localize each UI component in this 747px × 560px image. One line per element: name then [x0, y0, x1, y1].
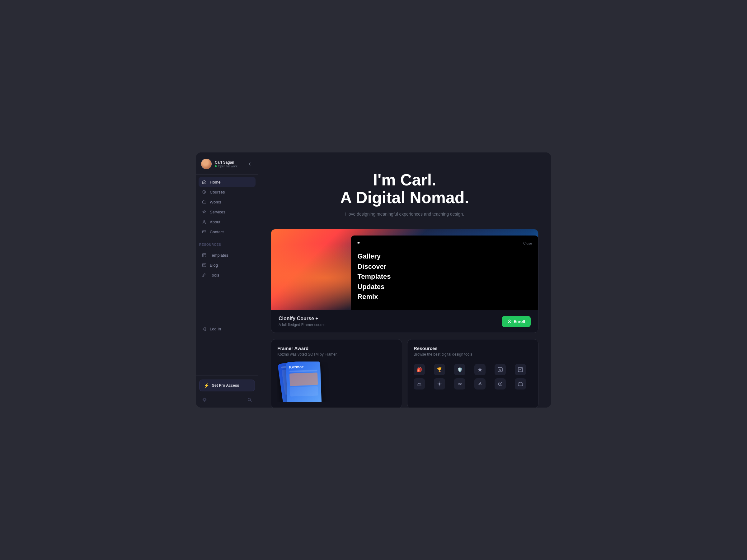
sidebar-item-about[interactable]: About — [199, 217, 256, 227]
login-icon — [202, 327, 207, 331]
courses-label: Courses — [210, 190, 225, 194]
user-name: Carl Sagan — [215, 160, 237, 165]
sidebar-item-tools[interactable]: Tools — [199, 270, 256, 280]
hero-title-line1: I'm Carl. — [373, 171, 436, 189]
modal-menu-templates: Templates — [357, 272, 532, 281]
status-dot — [215, 165, 216, 167]
hero-section: I'm Carl. A Digital Nomad. I love design… — [271, 153, 538, 229]
services-icon — [202, 209, 207, 214]
award-visual: Kozmo+ — [277, 362, 395, 402]
sidebar-item-works[interactable]: Works — [199, 197, 256, 207]
kozmo-label: Kozmo+ — [289, 364, 317, 370]
modal-menu-gallery: Gallery — [357, 252, 532, 260]
get-pro-label: Get Pro Access — [212, 383, 239, 388]
pro-icon: ⚡ — [204, 383, 209, 388]
home-label: Home — [210, 180, 221, 185]
contact-icon — [202, 229, 207, 234]
banner-info: Clonify Course + A full-fledged Framer c… — [279, 316, 327, 327]
modal-menu-remix: Remix — [357, 293, 532, 301]
sidebar-footer: ⚡ Get Pro Access — [196, 375, 258, 407]
svg-point-15 — [499, 383, 501, 384]
resource-icon-2[interactable]: 🛡️ — [454, 364, 465, 375]
sidebar-header: Carl Sagan Open for work — [196, 153, 258, 175]
contact-label: Contact — [210, 230, 224, 234]
modal-menu-updates: Updates — [357, 283, 532, 291]
sidebar-item-blog[interactable]: Blog — [199, 260, 256, 270]
back-button[interactable] — [246, 161, 253, 167]
templates-icon — [202, 252, 207, 258]
user-info: Carl Sagan Open for work — [215, 160, 237, 168]
main-content: I'm Carl. A Digital Nomad. I love design… — [258, 153, 551, 407]
svg-point-6 — [204, 399, 205, 401]
sidebar: Carl Sagan Open for work — [196, 153, 258, 407]
modal-menu-discover: Discover — [357, 263, 532, 271]
modal-top-bar: ≈ Close — [357, 240, 532, 246]
resource-icon-10[interactable] — [495, 378, 506, 390]
modal-logo: ≈ — [357, 240, 360, 246]
blog-label: Blog — [210, 263, 218, 268]
user-status: Open for work — [215, 165, 237, 168]
svg-rect-1 — [203, 201, 206, 204]
modal-menu: Gallery Discover Templates Updates Remix — [357, 252, 532, 301]
resource-icon-3[interactable] — [474, 364, 486, 375]
resource-icon-9[interactable] — [474, 378, 486, 390]
nav-section: Home Courses Works — [196, 175, 258, 239]
resources-desc: Browse the best digital design tools — [414, 352, 532, 356]
banner-bottom: Clonify Course + A full-fledged Framer c… — [271, 310, 538, 332]
about-label: About — [210, 220, 221, 224]
sidebar-item-login[interactable]: Log In — [199, 324, 256, 334]
banner-modal: ≈ Close Gallery Discover Templates Updat… — [351, 236, 538, 310]
resource-icon-8[interactable]: Bē — [454, 378, 465, 390]
resource-icon-0[interactable]: 🎒 — [414, 364, 425, 375]
tools-label: Tools — [210, 273, 219, 277]
get-pro-button[interactable]: ⚡ Get Pro Access — [199, 379, 255, 391]
search-button[interactable] — [246, 396, 254, 404]
resource-icon-1[interactable]: 🏆 — [434, 364, 445, 375]
sidebar-item-templates[interactable]: Templates — [199, 250, 256, 260]
svg-text:N: N — [499, 368, 501, 371]
about-icon — [202, 219, 207, 224]
sidebar-bottom-controls — [199, 395, 255, 404]
sidebar-user: Carl Sagan Open for work — [201, 159, 237, 169]
tools-icon — [202, 272, 207, 277]
svg-point-12 — [439, 383, 440, 385]
framer-award-card: Framer Award Kozmo was voted SOTM by Fra… — [271, 339, 402, 407]
banner-visual: ≈ Close Gallery Discover Templates Updat… — [271, 229, 538, 310]
resource-icon-4[interactable]: N — [495, 364, 506, 375]
resource-icon-5[interactable] — [515, 364, 526, 375]
cards-row: Framer Award Kozmo was voted SOTM by Fra… — [271, 339, 538, 407]
resource-icon-7[interactable] — [434, 378, 445, 390]
hero-subtitle: I love designing meaningful experiences … — [342, 212, 467, 216]
hero-title: I'm Carl. A Digital Nomad. — [277, 171, 532, 207]
svg-text:Bē: Bē — [458, 382, 462, 386]
blog-icon — [202, 263, 207, 268]
sidebar-item-services[interactable]: Services — [199, 207, 256, 217]
course-description: A full-fledged Framer course. — [279, 323, 327, 327]
modal-close: Close — [523, 241, 532, 245]
services-label: Services — [210, 210, 225, 214]
course-banner: ≈ Close Gallery Discover Templates Updat… — [271, 229, 538, 333]
login-label: Log In — [210, 327, 221, 331]
resource-icon-6[interactable] — [414, 378, 425, 390]
resources-title: Resources — [414, 346, 532, 351]
theme-toggle-button[interactable] — [201, 396, 209, 404]
award-desc: Kozmo was voted SOTM by Framer. — [277, 352, 395, 356]
resources-card: Resources Browse the best digital design… — [407, 339, 538, 407]
svg-rect-11 — [518, 367, 522, 372]
templates-label: Templates — [210, 253, 228, 258]
course-title: Clonify Course + — [279, 316, 327, 321]
avatar — [201, 159, 212, 169]
sidebar-item-courses[interactable]: Courses — [199, 187, 256, 197]
sidebar-item-home[interactable]: Home — [199, 177, 256, 187]
svg-rect-3 — [203, 231, 206, 233]
svg-point-2 — [204, 220, 205, 222]
resources-nav: Templates Blog Tools — [196, 248, 258, 283]
sidebar-item-contact[interactable]: Contact — [199, 227, 256, 237]
award-title: Framer Award — [277, 346, 395, 351]
status-text: Open for work — [218, 165, 237, 168]
works-label: Works — [210, 200, 221, 205]
resources-section-label: RESOURCES — [196, 239, 258, 248]
enroll-button[interactable]: Enroll — [502, 316, 531, 327]
svg-rect-16 — [518, 383, 522, 386]
resource-icon-11[interactable] — [515, 378, 526, 390]
